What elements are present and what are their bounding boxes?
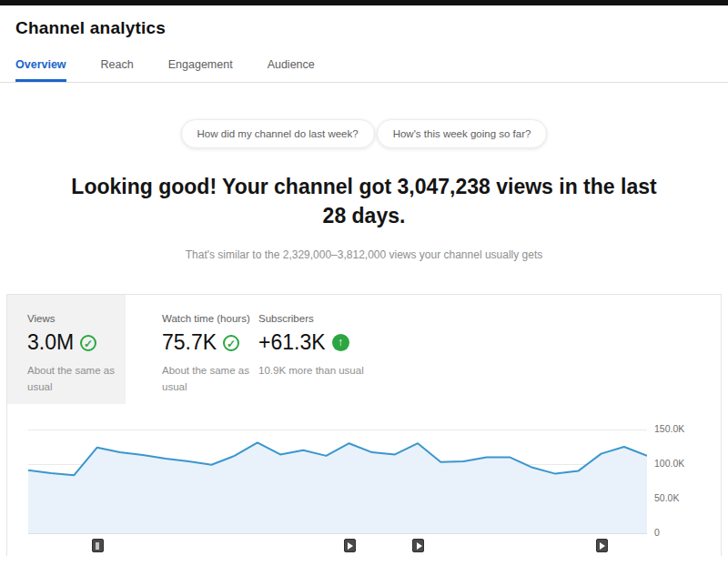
page-title: Channel analytics xyxy=(15,18,728,38)
summary-subtext: That's similar to the 2,329,000–3,812,00… xyxy=(0,248,728,261)
y-axis-tick: 0 xyxy=(654,527,660,538)
metric-description: About the same as usual xyxy=(162,363,258,396)
tab-engagement[interactable]: Engagement xyxy=(168,58,233,82)
tab-overview[interactable]: Overview xyxy=(15,58,66,82)
video-marker[interactable] xyxy=(596,539,608,552)
video-marker[interactable] xyxy=(412,539,424,552)
check-circle-icon: ✓ xyxy=(80,335,96,351)
gridline-0 xyxy=(28,533,647,534)
check-circle-icon: ✓ xyxy=(223,335,239,351)
tab-audience[interactable]: Audience xyxy=(268,58,315,82)
page-header: Channel analytics xyxy=(0,5,728,38)
insight-chip-this-week[interactable]: How's this week going so far? xyxy=(377,119,548,148)
metric-label: Views xyxy=(27,313,126,324)
tab-reach[interactable]: Reach xyxy=(101,58,134,82)
y-axis-tick: 100.0K xyxy=(654,458,684,469)
metric-value: 75.7K ✓ xyxy=(162,330,258,355)
metric-label: Watch time (hours) xyxy=(162,313,258,324)
metric-card-views[interactable]: Views 3.0M ✓ About the same as usual xyxy=(7,295,126,404)
analytics-card: Views 3.0M ✓ About the same as usual Wat… xyxy=(6,294,722,556)
metric-description: 10.9K more than usual xyxy=(258,363,366,379)
area-fill xyxy=(28,443,647,534)
analytics-tabbar: Overview Reach Engagement Audience xyxy=(0,58,728,83)
arrow-up-circle-icon: ↑ xyxy=(332,334,349,351)
y-axis-tick: 50.0K xyxy=(654,492,679,503)
shorts-marker[interactable] xyxy=(92,539,104,552)
summary-headline: Looking good! Your channel got 3,047,238… xyxy=(68,172,660,230)
metric-value: +61.3K ↑ xyxy=(258,330,413,355)
metric-card-watch-time[interactable]: Watch time (hours) 75.7K ✓ About the sam… xyxy=(126,295,258,404)
video-marker[interactable] xyxy=(344,539,356,552)
metric-description: About the same as usual xyxy=(27,363,126,396)
trend-line-plot[interactable] xyxy=(28,409,647,533)
metric-value: 3.0M ✓ xyxy=(27,330,126,355)
y-axis-tick: 150.0K xyxy=(654,423,684,434)
views-trend-chart[interactable]: 150.0K 100.0K 50.0K 0 xyxy=(7,404,721,556)
metric-card-subscribers[interactable]: Subscribers +61.3K ↑ 10.9K more than usu… xyxy=(258,295,413,404)
metrics-row: Views 3.0M ✓ About the same as usual Wat… xyxy=(7,295,721,404)
insight-chip-last-week[interactable]: How did my channel do last week? xyxy=(181,119,375,148)
metric-label: Subscribers xyxy=(258,313,413,324)
insight-chips: How did my channel do last week? How's t… xyxy=(0,119,728,148)
